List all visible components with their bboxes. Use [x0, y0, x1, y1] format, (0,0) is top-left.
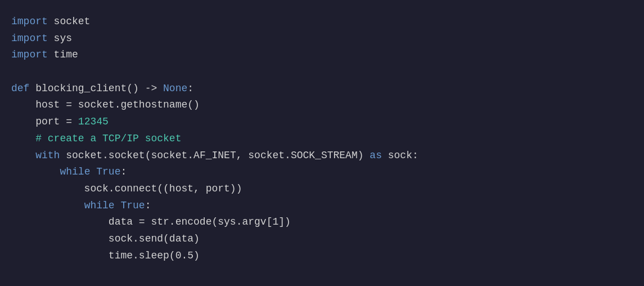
keyword-while-2: while [84, 200, 115, 211]
comment-tcp: # create a TCP/IP socket [11, 133, 181, 144]
sock-send: sock.send(data) [11, 233, 200, 244]
code-container: import socket import sys import time def… [0, 0, 644, 286]
data-encode: data = str.encode(sys.argv[1]) [11, 216, 291, 227]
code-line-5: def blocking_client() -> None: [11, 81, 633, 97]
code-line-1: import socket [11, 14, 633, 30]
code-line-8: # create a TCP/IP socket [11, 131, 633, 148]
space-2 [115, 200, 121, 211]
keyword-import-3: import [11, 49, 48, 60]
indent-1 [11, 150, 35, 161]
func-name: blocking_client() -> [29, 83, 163, 94]
code-line-3: import time [11, 47, 633, 64]
indent-3 [11, 200, 84, 211]
code-line-9: with socket.socket(socket.AF_INET, socke… [11, 148, 633, 164]
code-line-4 [11, 64, 633, 81]
code-line-7: port = 12345 [11, 114, 633, 131]
keyword-true-2: True [120, 200, 145, 211]
keyword-import-1: import [11, 16, 48, 27]
keyword-while-1: while [60, 166, 90, 177]
code-line-15: time.sleep(0.5) [11, 248, 633, 265]
port-assign: port = [11, 116, 78, 127]
space-1 [90, 166, 96, 177]
indent-2 [11, 166, 60, 177]
code-line-11: sock.connect((host, port)) [11, 181, 633, 198]
code-line-12: while True: [11, 198, 633, 214]
import-socket: socket [48, 16, 91, 27]
keyword-import-2: import [11, 33, 48, 44]
keyword-def: def [11, 83, 29, 94]
colon-1: : [187, 83, 193, 94]
code-line-6: host = socket.gethostname() [11, 97, 633, 114]
code-line-2: import sys [11, 30, 633, 47]
code-line-10: while True: [11, 164, 633, 181]
time-sleep: time.sleep(0.5) [11, 250, 200, 261]
as-sock: sock: [382, 150, 418, 161]
code-line-14: sock.send(data) [11, 231, 633, 248]
keyword-none: None [163, 83, 187, 94]
keyword-true-1: True [96, 166, 120, 177]
host-assign: host = socket.gethostname() [11, 99, 200, 110]
colon-2: : [120, 166, 127, 177]
colon-3: : [145, 200, 151, 211]
sock-connect: sock.connect((host, port)) [11, 183, 242, 194]
port-number: 12345 [78, 116, 109, 127]
keyword-with: with [35, 150, 60, 161]
keyword-as: as [370, 150, 382, 161]
import-sys: sys [48, 33, 72, 44]
import-time: time [48, 49, 78, 60]
with-socket: socket.socket(socket.AF_INET, socket.SOC… [60, 150, 370, 161]
code-line-13: data = str.encode(sys.argv[1]) [11, 214, 633, 231]
